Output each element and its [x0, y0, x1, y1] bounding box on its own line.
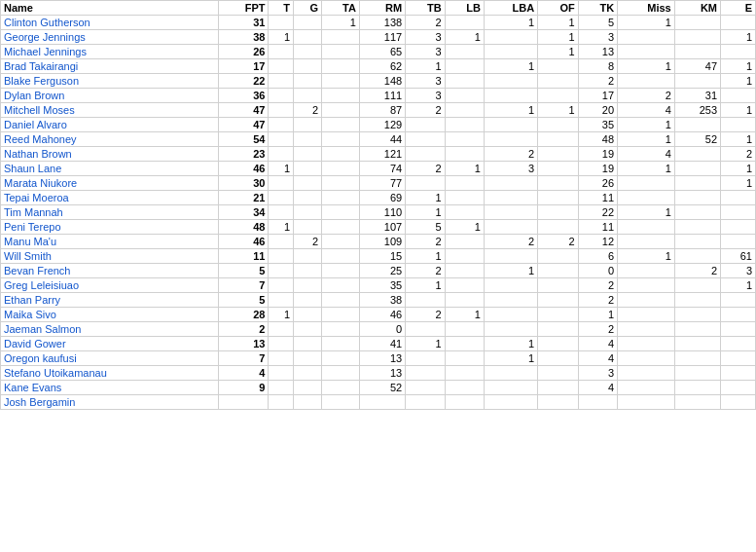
cell-tk: 19: [578, 147, 617, 162]
cell-ta: [322, 264, 360, 278]
cell-e: [721, 366, 756, 381]
cell-ta: [322, 351, 360, 366]
cell-t: 1: [269, 308, 294, 322]
table-row: Stefano Utoikamanau4133: [1, 366, 756, 381]
cell-lba: 2: [484, 147, 537, 162]
cell-tk: 26: [578, 176, 617, 191]
cell-fpt: 22: [218, 74, 269, 89]
table-row: Michael Jennings26653113: [1, 45, 756, 59]
cell-g: [294, 132, 322, 147]
cell-tb: 2: [406, 308, 445, 322]
cell-miss: 1: [618, 59, 675, 74]
cell-name: Oregon kaufusi: [1, 351, 219, 366]
cell-ta: [322, 89, 360, 103]
cell-km: [674, 147, 720, 162]
cell-ta: [322, 118, 360, 132]
cell-ta: [322, 74, 360, 89]
cell-fpt: 11: [218, 249, 269, 264]
cell-ta: [322, 162, 360, 176]
cell-ta: 1: [322, 16, 360, 30]
cell-tk: 19: [578, 162, 617, 176]
cell-ta: [322, 176, 360, 191]
cell-tb: [406, 293, 445, 308]
cell-e: 2: [721, 147, 756, 162]
cell-rm: 35: [359, 278, 405, 293]
cell-tb: [406, 118, 445, 132]
cell-ta: [322, 235, 360, 249]
cell-miss: [618, 366, 675, 381]
cell-g: [294, 30, 322, 45]
cell-of: 2: [538, 235, 579, 249]
col-header-of: OF: [538, 1, 579, 16]
cell-fpt: 31: [218, 16, 269, 30]
cell-km: [674, 278, 720, 293]
cell-rm: 69: [359, 191, 405, 205]
cell-rm: [359, 395, 405, 410]
cell-name: Jaeman Salmon: [1, 322, 219, 337]
table-row: Peni Terepo4811075111: [1, 220, 756, 235]
cell-of: [538, 147, 579, 162]
cell-of: [538, 351, 579, 366]
cell-lb: [445, 337, 484, 351]
cell-name: Manu Ma'u: [1, 235, 219, 249]
cell-ta: [322, 395, 360, 410]
cell-fpt: 2: [218, 322, 269, 337]
cell-fpt: 5: [218, 293, 269, 308]
cell-t: [269, 322, 294, 337]
cell-lba: [484, 118, 537, 132]
cell-tb: 3: [406, 30, 445, 45]
cell-lba: [484, 278, 537, 293]
cell-tb: [406, 132, 445, 147]
cell-miss: [618, 176, 675, 191]
cell-ta: [322, 249, 360, 264]
cell-km: [674, 205, 720, 220]
cell-miss: 1: [618, 162, 675, 176]
col-header-t: T: [269, 1, 294, 16]
cell-tb: 1: [406, 337, 445, 351]
table-row: Jaeman Salmon202: [1, 322, 756, 337]
table-row: George Jennings38111731131: [1, 30, 756, 45]
cell-rm: 41: [359, 337, 405, 351]
cell-fpt: 34: [218, 205, 269, 220]
cell-lba: [484, 176, 537, 191]
cell-ta: [322, 30, 360, 45]
cell-rm: 110: [359, 205, 405, 220]
cell-miss: 4: [618, 147, 675, 162]
cell-e: [721, 308, 756, 322]
cell-tb: 3: [406, 74, 445, 89]
cell-miss: [618, 191, 675, 205]
cell-e: [721, 337, 756, 351]
table-row: Ethan Parry5382: [1, 293, 756, 308]
cell-name: Tim Mannah: [1, 205, 219, 220]
cell-miss: 1: [618, 249, 675, 264]
table-row: Blake Ferguson22148321: [1, 74, 756, 89]
cell-lba: 1: [484, 16, 537, 30]
cell-t: [269, 89, 294, 103]
cell-of: [538, 176, 579, 191]
cell-g: [294, 308, 322, 322]
cell-rm: 107: [359, 220, 405, 235]
cell-name: Will Smith: [1, 249, 219, 264]
cell-of: 1: [538, 103, 579, 118]
table-row: Shaun Lane461742131911: [1, 162, 756, 176]
cell-tk: 4: [578, 351, 617, 366]
col-header-e: E: [721, 1, 756, 16]
cell-km: [674, 16, 720, 30]
cell-miss: [618, 395, 675, 410]
cell-e: 1: [721, 74, 756, 89]
cell-tb: 1: [406, 278, 445, 293]
cell-g: [294, 395, 322, 410]
cell-rm: 117: [359, 30, 405, 45]
cell-e: [721, 191, 756, 205]
table-row: Oregon kaufusi71314: [1, 351, 756, 366]
col-header-name: Name: [1, 1, 219, 16]
cell-e: 1: [721, 132, 756, 147]
cell-of: [538, 89, 579, 103]
cell-of: [538, 278, 579, 293]
cell-km: [674, 308, 720, 322]
cell-tb: 2: [406, 264, 445, 278]
cell-tk: 35: [578, 118, 617, 132]
cell-tk: 11: [578, 220, 617, 235]
cell-name: Josh Bergamin: [1, 395, 219, 410]
cell-lba: [484, 30, 537, 45]
